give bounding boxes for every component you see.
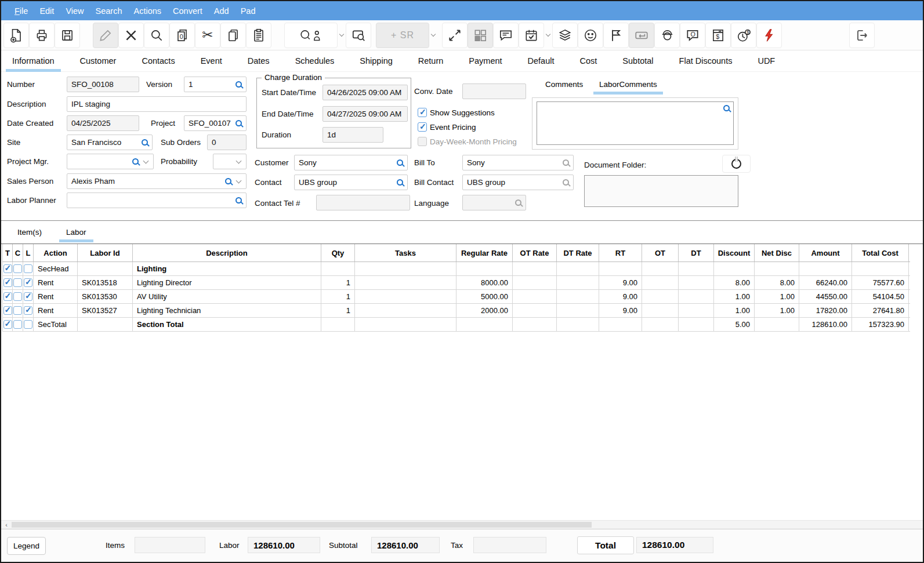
exit-button[interactable] — [849, 23, 875, 48]
document-folder-box[interactable] — [584, 175, 738, 207]
language-field[interactable] — [462, 195, 526, 210]
tab-cost[interactable]: Cost — [574, 51, 604, 71]
conv-date-field[interactable] — [462, 83, 526, 99]
description-field[interactable]: IPL staging — [67, 96, 247, 112]
scrollbar-thumb[interactable] — [12, 522, 592, 528]
search-icon[interactable] — [563, 159, 569, 166]
search-button[interactable] — [144, 23, 169, 48]
contact-field[interactable]: UBS group — [294, 175, 408, 190]
col-tasks[interactable]: Tasks — [355, 244, 456, 261]
duplicate-button[interactable] — [220, 23, 246, 48]
tab-customer[interactable]: Customer — [74, 51, 123, 71]
tab-schedules[interactable]: Schedules — [289, 51, 341, 71]
chevron-down-icon[interactable] — [236, 158, 242, 164]
labor-comments-textarea[interactable] — [537, 101, 734, 145]
calendar-dropdown[interactable] — [544, 23, 552, 48]
search-icon[interactable] — [142, 139, 148, 146]
col-total-cost[interactable]: Total Cost — [852, 244, 909, 261]
search-icon[interactable] — [515, 199, 521, 206]
tab-return[interactable]: Return — [412, 51, 450, 71]
items-value[interactable] — [135, 537, 205, 553]
contact-tel-field[interactable] — [316, 195, 410, 210]
start-datetime-field[interactable]: 04/26/2025 09:00 AM — [323, 85, 408, 100]
chevron-down-icon[interactable] — [143, 158, 149, 164]
new-document-button[interactable] — [3, 23, 29, 48]
menu-search[interactable]: Search — [90, 6, 128, 16]
search-person-dropdown[interactable] — [338, 23, 346, 48]
document-folder-power-button[interactable] — [722, 155, 751, 173]
tab-shipping[interactable]: Shipping — [353, 51, 398, 71]
probability-select[interactable] — [213, 154, 247, 169]
delete-button[interactable] — [118, 23, 144, 48]
col-labor-id[interactable]: Labor Id — [78, 244, 133, 261]
menu-file[interactable]: File — [9, 6, 34, 16]
row-checkbox[interactable] — [24, 306, 32, 315]
row-checkbox[interactable] — [3, 292, 12, 301]
menu-view[interactable]: View — [60, 6, 89, 16]
row-checkbox[interactable] — [3, 264, 12, 273]
sales-person-field[interactable]: Alexis Pham — [67, 173, 247, 189]
bill-contact-field[interactable]: UBS group — [462, 175, 574, 190]
menu-pad[interactable]: Pad — [235, 6, 262, 16]
layout-grid-button[interactable] — [468, 23, 493, 48]
flag-button[interactable] — [603, 23, 629, 48]
labor-planner-field[interactable] — [67, 192, 247, 208]
tab-item-s-[interactable]: Item(s) — [9, 223, 50, 242]
search-icon[interactable] — [132, 158, 139, 165]
horizontal-scrollbar[interactable]: ‹ — [1, 520, 923, 529]
tab-udf[interactable]: UDF — [751, 51, 781, 71]
search-icon[interactable] — [563, 179, 569, 186]
show-suggestions-checkbox[interactable]: Show Suggestions — [418, 108, 495, 117]
sub-orders-field[interactable]: 0 — [207, 135, 247, 150]
time-money-button[interactable]: $ — [731, 23, 756, 48]
row-checkbox[interactable] — [24, 278, 32, 287]
menu-edit[interactable]: Edit — [34, 6, 60, 16]
col-ot-rate[interactable]: OT Rate — [513, 244, 557, 261]
worker-button[interactable] — [654, 23, 680, 48]
save-button[interactable] — [55, 23, 80, 48]
search-icon[interactable] — [397, 179, 403, 186]
row-checkbox[interactable] — [3, 278, 12, 287]
preview-search-button[interactable] — [346, 23, 371, 48]
col-amount[interactable]: Amount — [799, 244, 852, 261]
date-created-field[interactable]: 04/25/2025 — [67, 115, 139, 131]
comment-button[interactable] — [493, 23, 519, 48]
print-button[interactable] — [29, 23, 55, 48]
table-row[interactable]: RentSK013527Lighting Technician12000.009… — [2, 304, 910, 318]
project-field[interactable]: SFO_00107 — [184, 115, 247, 131]
calendar-check-button[interactable] — [519, 23, 544, 48]
layers-button[interactable] — [552, 23, 578, 48]
edit-pencil-button[interactable] — [93, 23, 118, 48]
add-sr-button[interactable]: + SR — [376, 23, 429, 48]
site-field[interactable]: San Francisco — [67, 135, 153, 150]
comment-o-button[interactable]: O — [680, 23, 705, 48]
search-icon[interactable] — [723, 105, 730, 111]
smiley-button[interactable] — [578, 23, 603, 48]
row-checkbox[interactable] — [24, 320, 32, 329]
event-pricing-checkbox[interactable]: Event Pricing — [418, 122, 476, 132]
bill-to-field[interactable]: Sony — [462, 155, 574, 170]
col-t[interactable]: T — [2, 244, 13, 261]
number-field[interactable]: SFO_00108 — [67, 77, 139, 92]
menu-add[interactable]: Add — [208, 6, 235, 16]
row-checkbox[interactable] — [3, 306, 12, 315]
enter-key-button[interactable] — [629, 23, 654, 48]
row-checkbox[interactable] — [13, 264, 22, 273]
col-rt[interactable]: RT — [599, 244, 642, 261]
tab-default[interactable]: Default — [521, 51, 561, 71]
expand-button[interactable] — [442, 23, 468, 48]
search-icon[interactable] — [235, 81, 242, 88]
menu-actions[interactable]: Actions — [128, 6, 168, 16]
row-checkbox[interactable] — [13, 292, 22, 301]
tab-subtotal[interactable]: Subtotal — [616, 51, 660, 71]
col-ot[interactable]: OT — [642, 244, 679, 261]
version-field[interactable]: 1 — [184, 77, 247, 92]
tab-dates[interactable]: Dates — [241, 51, 276, 71]
col-c[interactable]: C — [13, 244, 23, 261]
row-checkbox[interactable] — [24, 264, 32, 273]
end-datetime-field[interactable]: 04/27/2025 09:00 AM — [323, 106, 408, 122]
row-checkbox[interactable] — [3, 320, 12, 329]
row-checkbox[interactable] — [13, 306, 22, 315]
col-net-disc[interactable]: Net Disc — [755, 244, 799, 261]
chevron-down-icon[interactable] — [236, 178, 242, 184]
